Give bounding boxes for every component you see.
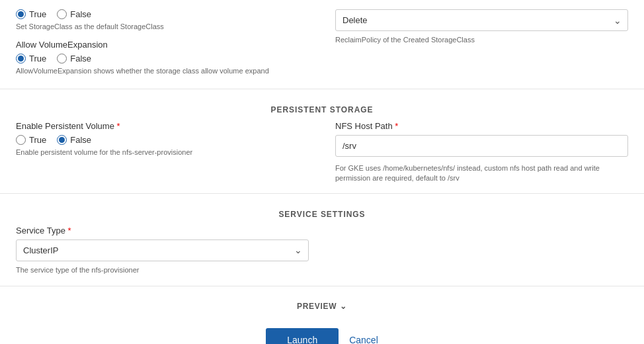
page-container: True False Set StorageClass as the defau… — [0, 0, 644, 344]
service-type-select[interactable]: ClusterIP NodePort LoadBalancer — [16, 239, 309, 261]
service-type-description: The service type of the nfs-provisioner — [16, 265, 309, 275]
nfs-host-path-input[interactable] — [335, 135, 628, 157]
enable-pv-label: Enable Persistent Volume * — [16, 121, 309, 131]
service-row: Service Type * ClusterIP NodePort LoadBa… — [16, 226, 628, 275]
footer-buttons: Launch Cancel — [0, 318, 644, 344]
nfs-host-path-label-text: NFS Host Path — [335, 121, 393, 131]
top-section: True False Set StorageClass as the defau… — [0, 0, 644, 82]
allow-volume-true-radio[interactable] — [16, 54, 26, 64]
enable-pv-label-text: Enable Persistent Volume — [16, 121, 114, 131]
enable-pv-description: Enable persistent volume for the nfs-ser… — [16, 148, 309, 157]
persistent-section: Enable Persistent Volume * True False — [0, 121, 644, 184]
allow-volume-false-radio[interactable] — [57, 54, 67, 64]
nfs-host-path-label: NFS Host Path * — [335, 121, 628, 131]
allow-volume-false-text: False — [70, 54, 91, 64]
persistent-storage-title: PERSISTENT STORAGE — [0, 96, 644, 121]
default-true-radio[interactable] — [16, 9, 26, 19]
enable-pv-false-label[interactable]: False — [57, 135, 91, 145]
service-right-empty — [335, 226, 628, 275]
enable-pv-col: Enable Persistent Volume * True False — [16, 121, 309, 184]
allow-volume-section: Allow VolumeExpansion True False AllowVo… — [16, 40, 309, 76]
allow-volume-radio-group: True False — [16, 54, 309, 64]
service-type-label-text: Service Type — [16, 226, 65, 236]
enable-pv-radio-group: True False — [16, 135, 309, 145]
default-true-label[interactable]: True — [16, 9, 46, 19]
cancel-button[interactable]: Cancel — [349, 335, 378, 344]
default-false-text: False — [70, 9, 91, 19]
preview-toggle[interactable]: PREVIEW ⌄ — [297, 302, 347, 311]
service-type-label: Service Type * — [16, 226, 309, 236]
reclaim-policy-dropdown-wrapper: Delete Retain Recycle ⌄ — [335, 9, 628, 31]
allow-volume-false-label[interactable]: False — [57, 54, 91, 64]
preview-label-text: PREVIEW — [297, 302, 337, 311]
divider-service — [0, 193, 644, 194]
allow-volume-true-label[interactable]: True — [16, 54, 46, 64]
nfs-host-path-required-star: * — [395, 121, 398, 131]
service-section: Service Type * ClusterIP NodePort LoadBa… — [0, 226, 644, 275]
nfs-host-path-description: For GKE uses /home/kubernetes/nfs/ inste… — [335, 163, 628, 184]
allow-volume-description: AllowVolumeExpansion shows whether the s… — [16, 66, 309, 76]
enable-pv-false-text: False — [70, 135, 91, 145]
service-type-col: Service Type * ClusterIP NodePort LoadBa… — [16, 226, 309, 275]
default-sc-description: Set StorageClass as the default StorageC… — [16, 22, 309, 32]
enable-pv-true-text: True — [29, 135, 46, 145]
reclaim-policy-description: ReclaimPolicy of the Created StorageClas… — [335, 35, 628, 45]
default-false-label[interactable]: False — [57, 9, 91, 19]
enable-pv-false-radio[interactable] — [57, 135, 67, 145]
left-col-default: True False Set StorageClass as the defau… — [16, 9, 309, 77]
allow-volume-true-text: True — [29, 54, 46, 64]
service-settings-title: SERVICE SETTINGS — [0, 200, 644, 226]
divider-persistent — [0, 89, 644, 89]
enable-pv-true-label[interactable]: True — [16, 135, 46, 145]
reclaim-policy-select[interactable]: Delete Retain Recycle — [335, 9, 628, 31]
service-type-dropdown-wrapper: ClusterIP NodePort LoadBalancer ⌄ — [16, 239, 309, 261]
right-col-reclaim: Delete Retain Recycle ⌄ ReclaimPolicy of… — [335, 9, 628, 77]
enable-pv-true-radio[interactable] — [16, 135, 26, 145]
enable-pv-required-star: * — [117, 121, 120, 131]
default-true-text: True — [29, 9, 46, 19]
preview-section: PREVIEW ⌄ — [0, 286, 644, 318]
default-storageclass-radio-group: True False — [16, 9, 309, 19]
allow-volume-label: Allow VolumeExpansion — [16, 40, 309, 50]
default-false-radio[interactable] — [57, 9, 67, 19]
persistent-row: Enable Persistent Volume * True False — [16, 121, 628, 184]
service-type-required-star: * — [68, 226, 71, 236]
nfs-host-path-col: NFS Host Path * For GKE uses /home/kuber… — [335, 121, 628, 184]
launch-button[interactable]: Launch — [266, 328, 339, 344]
main-content: True False Set StorageClass as the defau… — [0, 0, 644, 344]
preview-chevron-icon: ⌄ — [340, 302, 347, 311]
